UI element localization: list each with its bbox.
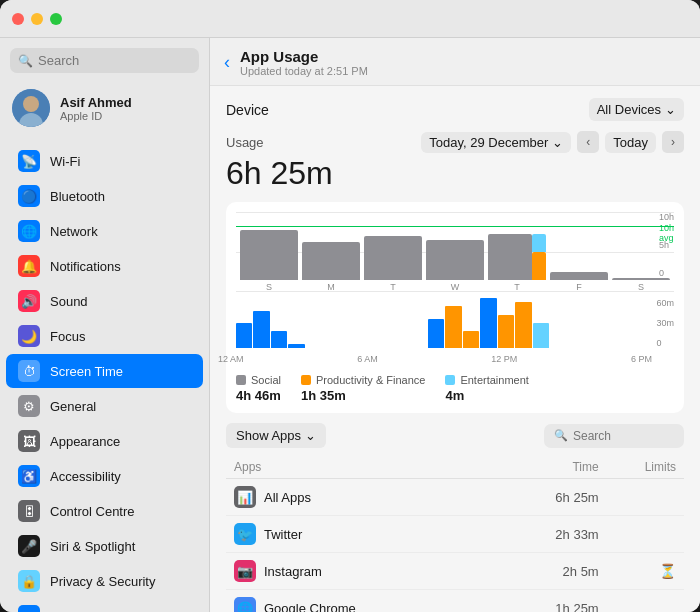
week-day-m: M <box>302 242 360 292</box>
sidebar-icon-screen-time: ⏱ <box>18 360 40 382</box>
sidebar-icon-appearance: 🖼 <box>18 430 40 452</box>
page-subtitle: Updated today at 2:51 PM <box>240 65 368 77</box>
content-body: Device All Devices ⌄ Usage Today, 29 Dec… <box>210 86 700 612</box>
sidebar-icon-wifi: 📡 <box>18 150 40 172</box>
device-value: All Devices <box>597 102 661 117</box>
wday-t2: T <box>514 282 520 292</box>
device-selector[interactable]: All Devices ⌄ <box>589 98 684 121</box>
date-selector[interactable]: Today, 29 December ⌄ <box>421 132 571 153</box>
hourly-bar <box>253 311 269 349</box>
app-name-3: Google Chrome <box>264 601 356 613</box>
show-apps-button[interactable]: Show Apps ⌄ <box>226 423 326 448</box>
sidebar-item-desktop[interactable]: 🖥Desktop & Dock <box>6 599 203 612</box>
app-cell-2: 📷 Instagram <box>226 553 510 590</box>
wbar-s1 <box>240 230 298 280</box>
sidebar-item-general[interactable]: ⚙General <box>6 389 203 423</box>
apps-search[interactable]: 🔍 <box>544 424 684 448</box>
sidebar-icon-focus: 🌙 <box>18 325 40 347</box>
sidebar-icon-control-centre: 🎛 <box>18 500 40 522</box>
wday-f: F <box>576 282 582 292</box>
sidebar-label-general: General <box>50 399 96 414</box>
sidebar-item-screen-time[interactable]: ⏱Screen Time <box>6 354 203 388</box>
sidebar-item-network[interactable]: 🌐Network <box>6 214 203 248</box>
chart-legend: Social 4h 46m Productivity & Finance 1h … <box>236 374 674 403</box>
sidebar-item-appearance[interactable]: 🖼Appearance <box>6 424 203 458</box>
sidebar-label-notifications: Notifications <box>50 259 121 274</box>
usage-time: 6h 25m <box>226 155 684 192</box>
content-area: ‹ App Usage Updated today at 2:51 PM Dev… <box>210 38 700 612</box>
app-name-2: Instagram <box>264 564 322 579</box>
sidebar-item-notifications[interactable]: 🔔Notifications <box>6 249 203 283</box>
wbar-f <box>550 272 608 280</box>
sidebar-label-siri: Siri & Spotlight <box>50 539 135 554</box>
sidebar-item-accessibility[interactable]: ♿Accessibility <box>6 459 203 493</box>
apps-search-input[interactable] <box>573 429 674 443</box>
back-button[interactable]: ‹ <box>224 52 230 73</box>
limit-icon: ⏳ <box>659 563 676 579</box>
sidebar-icon-general: ⚙ <box>18 395 40 417</box>
today-button[interactable]: Today <box>605 132 656 153</box>
app-limit-2: ⏳ <box>607 553 684 590</box>
grid-line <box>236 212 674 213</box>
hour-label-6pm: 6 PM <box>631 354 652 364</box>
wday-m: M <box>327 282 335 292</box>
prev-date-button[interactable]: ‹ <box>577 131 599 153</box>
wbar-t2-social <box>488 234 532 280</box>
sidebar-icon-desktop: 🖥 <box>18 605 40 612</box>
sidebar-item-siri[interactable]: 🎤Siri & Spotlight <box>6 529 203 563</box>
minimize-button[interactable] <box>31 13 43 25</box>
app-icon-2: 📷 <box>234 560 256 582</box>
chart-container: 10havg S M <box>226 202 684 413</box>
sidebar-icon-network: 🌐 <box>18 220 40 242</box>
legend-time-2: 4m <box>445 388 528 403</box>
table-row[interactable]: 🌐 Google Chrome 1h 25m <box>226 590 684 613</box>
maximize-button[interactable] <box>50 13 62 25</box>
sidebar-icon-privacy: 🔒 <box>18 570 40 592</box>
week-day-f: F <box>550 272 608 292</box>
hour-label-6am: 6 AM <box>357 354 378 364</box>
chevron-down-icon: ⌄ <box>665 102 676 117</box>
user-name: Asif Ahmed <box>60 95 132 110</box>
header-text: App Usage Updated today at 2:51 PM <box>240 48 368 77</box>
sidebar-item-privacy[interactable]: 🔒Privacy & Security <box>6 564 203 598</box>
app-icon-3: 🌐 <box>234 597 256 612</box>
user-profile[interactable]: Asif Ahmed Apple ID <box>0 81 209 135</box>
sidebar-item-focus[interactable]: 🌙Focus <box>6 319 203 353</box>
table-row[interactable]: 📷 Instagram 2h 5m ⏳ <box>226 553 684 590</box>
sidebar-search-input[interactable] <box>38 53 191 68</box>
app-row-0: 📊 All Apps <box>234 486 502 508</box>
app-icon-1: 🐦 <box>234 523 256 545</box>
hourly-bar <box>288 344 304 348</box>
table-row[interactable]: 🐦 Twitter 2h 33m <box>226 516 684 553</box>
hourly-0: 0 <box>656 338 674 348</box>
chart-label-0: 0 <box>659 268 674 278</box>
weekly-bars: S M T <box>236 230 674 292</box>
weekly-chart: 10havg S M <box>236 212 674 292</box>
wday-s1: S <box>266 282 272 292</box>
wbar-t2-ent <box>532 234 547 252</box>
legend-label-2: Entertainment <box>445 374 528 386</box>
legend-name-1: Productivity & Finance <box>316 374 425 386</box>
hour-labels: 12 AM 6 AM 12 PM 6 PM <box>216 354 654 364</box>
sidebar-label-focus: Focus <box>50 329 85 344</box>
wbar-t2-prod <box>532 252 547 280</box>
app-cell-1: 🐦 Twitter <box>226 516 510 553</box>
sidebar-item-sound[interactable]: 🔊Sound <box>6 284 203 318</box>
close-button[interactable] <box>12 13 24 25</box>
hour-label-12pm: 12 PM <box>491 354 517 364</box>
legend-dot-2 <box>445 375 455 385</box>
legend-label-1: Productivity & Finance <box>301 374 425 386</box>
sidebar-search[interactable]: 🔍 <box>10 48 199 73</box>
sidebar-item-wifi[interactable]: 📡Wi-Fi <box>6 144 203 178</box>
table-row[interactable]: 📊 All Apps 6h 25m <box>226 479 684 516</box>
col-time: Time <box>510 456 607 479</box>
sidebar-item-control-centre[interactable]: 🎛Control Centre <box>6 494 203 528</box>
traffic-lights <box>12 13 62 25</box>
sidebar-item-bluetooth[interactable]: 🔵Bluetooth <box>6 179 203 213</box>
next-date-button[interactable]: › <box>662 131 684 153</box>
show-apps-row: Show Apps ⌄ 🔍 <box>226 423 684 448</box>
app-cell-3: 🌐 Google Chrome <box>226 590 510 613</box>
hourly-chart: 60m 30m 0 12 AM 6 AM 12 PM 6 PM <box>236 298 674 368</box>
sidebar-icon-bluetooth: 🔵 <box>18 185 40 207</box>
app-limit-1 <box>607 516 684 553</box>
